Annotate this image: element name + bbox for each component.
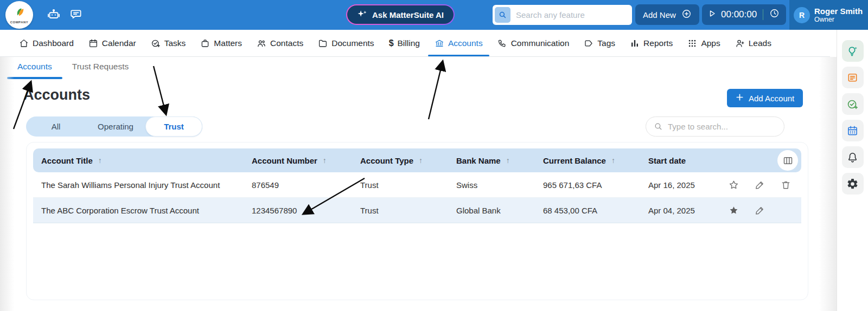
cell-bank-name: Swiss <box>456 180 543 190</box>
page-title: Accounts <box>23 87 90 103</box>
nav-item-billing[interactable]: $ Billing <box>389 38 420 48</box>
table-row[interactable]: The Sarah Williams Personal Injury Trust… <box>33 172 801 198</box>
table-row[interactable]: The ABC Corporation Escrow Trust Account… <box>33 198 801 223</box>
column-header-account-type[interactable]: Account Type ↑ <box>360 156 456 165</box>
clock-icon[interactable] <box>769 8 780 21</box>
accounts-table-card: Account Title ↑ Account Number ↑ Account… <box>26 142 808 300</box>
search-icon[interactable] <box>495 7 510 23</box>
bar-chart-icon <box>630 38 640 48</box>
account-subtabs: Accounts Trust Requests <box>16 62 130 72</box>
edit-icon[interactable] <box>754 179 765 191</box>
global-search <box>493 5 632 25</box>
global-search-input[interactable] <box>516 10 630 20</box>
column-header-account-number[interactable]: Account Number ↑ <box>252 156 360 165</box>
ask-ai-label: Ask MatterSuite AI <box>372 10 444 20</box>
home-icon <box>19 38 29 48</box>
timer-divider <box>763 9 763 20</box>
cell-account-number: 876549 <box>252 180 360 190</box>
subtab-trust-requests[interactable]: Trust Requests <box>71 62 130 72</box>
bank-icon <box>435 38 444 48</box>
nav-item-accounts[interactable]: Accounts <box>435 38 483 48</box>
nav-item-leads[interactable]: Leads <box>735 38 771 48</box>
user-role: Owner <box>814 16 863 23</box>
add-account-button[interactable]: Add Account <box>727 89 803 107</box>
cell-account-number: 1234567890 <box>252 206 360 215</box>
delete-icon[interactable] <box>780 179 792 191</box>
cell-start-date: Apr 04, 2025 <box>648 206 721 215</box>
sort-arrow-icon[interactable]: ↑ <box>323 156 327 165</box>
table-search-input[interactable] <box>668 122 776 131</box>
ai-suggestions-button[interactable] <box>842 40 864 62</box>
user-menu[interactable]: R Roger Smith Owner <box>789 0 868 30</box>
company-logo[interactable]: COMPANY <box>5 1 33 29</box>
column-header-account-title[interactable]: Account Title ↑ <box>33 156 252 165</box>
cell-bank-name: Global Bank <box>456 206 543 215</box>
cell-current-balance: 68 453,00 CFA <box>543 206 648 215</box>
column-header-start-date[interactable]: Start date <box>648 156 721 165</box>
folder-icon <box>318 38 328 48</box>
play-icon[interactable] <box>709 9 716 21</box>
timer-value: 00:00:00 <box>721 9 757 20</box>
column-header-bank-name[interactable]: Bank Name ↑ <box>456 156 543 165</box>
columns-view-icon <box>782 155 794 166</box>
left-edge-fade <box>0 57 14 311</box>
chatbot-icon[interactable] <box>47 8 61 22</box>
add-new-button[interactable]: Add New <box>635 4 699 25</box>
calendar-button[interactable] <box>842 120 864 141</box>
filter-trust[interactable]: Trust <box>145 116 202 137</box>
cell-account-title: The Sarah Williams Personal Injury Trust… <box>33 180 252 190</box>
notes-button[interactable] <box>842 67 864 88</box>
nav-item-dashboard[interactable]: Dashboard <box>19 38 74 48</box>
star-outline-icon[interactable] <box>727 179 739 191</box>
cell-current-balance: 965 671,63 CFA <box>543 180 648 190</box>
nav-item-communication[interactable]: Communication <box>497 38 570 48</box>
notifications-button[interactable] <box>842 146 864 168</box>
dollar-icon: $ <box>389 38 394 48</box>
add-task-button[interactable] <box>842 93 864 115</box>
sort-arrow-icon[interactable]: ↑ <box>98 156 102 165</box>
filter-all[interactable]: All <box>26 116 86 137</box>
right-edge-fade <box>819 57 837 311</box>
settings-button[interactable] <box>842 173 864 195</box>
star-filled-icon[interactable] <box>727 204 739 216</box>
app-window: COMPANY Ask MatterSuite AI <box>0 0 868 311</box>
subtab-accounts[interactable]: Accounts <box>16 62 53 72</box>
nav-item-reports[interactable]: Reports <box>630 38 673 48</box>
cell-start-date: Apr 16, 2025 <box>648 180 721 190</box>
edit-icon[interactable] <box>754 204 765 216</box>
utility-sidebar <box>837 30 868 311</box>
briefcase-icon <box>200 38 210 48</box>
ask-mattersuite-ai-button[interactable]: Ask MatterSuite AI <box>346 4 455 25</box>
column-settings-button[interactable] <box>777 150 798 171</box>
sort-arrow-icon[interactable]: ↑ <box>611 156 615 165</box>
apps-grid-icon <box>687 38 697 48</box>
nav-item-tags[interactable]: Tags <box>584 38 615 48</box>
sort-arrow-icon[interactable]: ↑ <box>506 156 510 165</box>
cell-account-title: The ABC Corporation Escrow Trust Account <box>33 206 252 215</box>
bell-icon <box>846 151 859 164</box>
nav-item-contacts[interactable]: Contacts <box>257 38 303 48</box>
tag-icon <box>584 38 593 48</box>
user-name: Roger Smith <box>814 7 863 16</box>
messages-icon[interactable] <box>69 8 84 22</box>
phone-icon <box>497 38 507 48</box>
top-bar: COMPANY Ask MatterSuite AI <box>0 0 868 30</box>
nav-item-tasks[interactable]: Tasks <box>151 38 186 48</box>
nav-item-documents[interactable]: Documents <box>318 38 374 48</box>
sparkle-icon <box>357 10 367 20</box>
gear-icon <box>846 178 859 190</box>
nav-item-apps[interactable]: Apps <box>687 38 720 48</box>
task-check-icon <box>151 38 161 48</box>
person-plus-icon <box>735 38 745 48</box>
filter-operating[interactable]: Operating <box>86 116 145 137</box>
sort-arrow-icon[interactable]: ↑ <box>419 156 423 165</box>
nav-item-calendar[interactable]: Calendar <box>88 38 136 48</box>
company-logo-icon <box>13 6 26 20</box>
timer-widget[interactable]: 00:00:00 <box>702 4 786 25</box>
main-navigation: Dashboard Calendar Tasks Matters Contact… <box>0 30 830 57</box>
bulb-sparkle-icon <box>846 45 859 57</box>
nav-item-matters[interactable]: Matters <box>200 38 242 48</box>
plus-circle-icon <box>681 9 692 21</box>
column-header-current-balance[interactable]: Current Balance ↑ <box>543 156 648 165</box>
avatar: R <box>794 7 810 23</box>
